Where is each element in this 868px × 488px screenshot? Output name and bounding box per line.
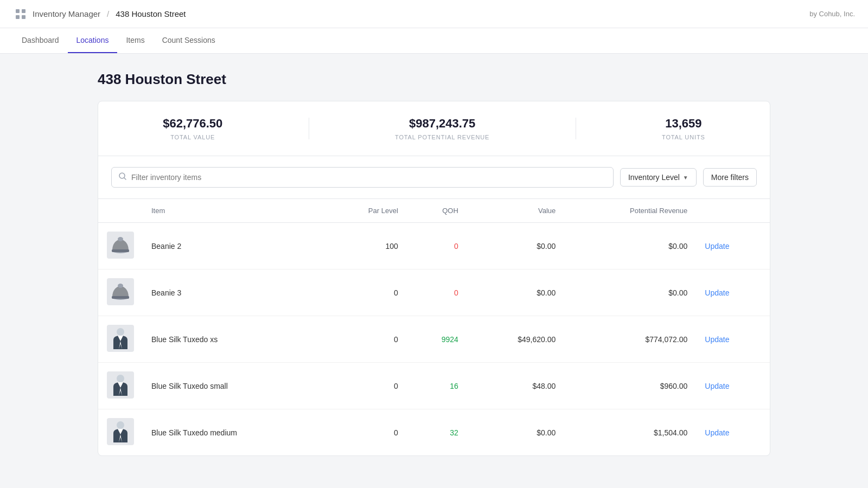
table-row: Beanie 300$0.00$0.00Update bbox=[98, 269, 770, 316]
col-header-par-level: Par Level bbox=[324, 199, 407, 223]
item-value-cell: $48.00 bbox=[467, 363, 564, 409]
table-header: Item Par Level QOH Value Potential Reven… bbox=[98, 199, 770, 223]
update-button[interactable]: Update bbox=[705, 428, 729, 437]
col-header-potential-revenue: Potential Revenue bbox=[564, 199, 696, 223]
stat-total-value: $62,776.50 TOTAL VALUE bbox=[163, 117, 222, 140]
tab-locations[interactable]: Locations bbox=[68, 28, 118, 53]
svg-point-17 bbox=[117, 375, 124, 382]
svg-point-13 bbox=[118, 284, 123, 288]
item-par-level-cell: 0 bbox=[324, 269, 407, 316]
search-icon bbox=[118, 172, 127, 183]
app-name: Inventory Manager bbox=[33, 9, 100, 18]
item-action-cell: Update bbox=[696, 316, 770, 363]
item-par-level-cell: 100 bbox=[324, 223, 407, 269]
col-header-img bbox=[98, 199, 143, 223]
table-row: Blue Silk Tuxedo small016$48.00$960.00Up… bbox=[98, 363, 770, 409]
stat-divider-1 bbox=[309, 118, 309, 139]
item-image-cell bbox=[98, 409, 143, 456]
table-row: Blue Silk Tuxedo xs09924$49,620.00$774,0… bbox=[98, 316, 770, 363]
inventory-level-label: Inventory Level bbox=[628, 173, 680, 182]
breadcrumb-separator: / bbox=[107, 9, 109, 18]
stat-total-units-number: 13,659 bbox=[662, 117, 705, 131]
item-value-cell: $0.00 bbox=[467, 269, 564, 316]
svg-rect-2 bbox=[16, 15, 20, 19]
item-potential-revenue-cell: $960.00 bbox=[564, 363, 696, 409]
item-image-cell bbox=[98, 316, 143, 363]
search-box[interactable] bbox=[111, 167, 614, 188]
tab-items[interactable]: Items bbox=[117, 28, 153, 53]
page-title: 438 Houston Street bbox=[98, 71, 770, 88]
table-row: Blue Silk Tuxedo medium032$0.00$1,504.00… bbox=[98, 409, 770, 456]
item-potential-revenue-cell: $774,072.00 bbox=[564, 316, 696, 363]
update-button[interactable]: Update bbox=[705, 382, 729, 390]
item-potential-revenue-cell: $0.00 bbox=[564, 269, 696, 316]
item-qoh-cell: 9924 bbox=[407, 316, 467, 363]
col-header-value: Value bbox=[467, 199, 564, 223]
col-header-qoh: QOH bbox=[407, 199, 467, 223]
item-action-cell: Update bbox=[696, 269, 770, 316]
item-par-level-cell: 0 bbox=[324, 316, 407, 363]
item-name-cell: Beanie 2 bbox=[143, 223, 324, 269]
item-qoh-cell: 32 bbox=[407, 409, 467, 456]
stat-total-value-number: $62,776.50 bbox=[163, 117, 222, 131]
update-button[interactable]: Update bbox=[705, 335, 729, 344]
topbar: Inventory Manager / 438 Houston Street b… bbox=[0, 0, 868, 28]
tab-dashboard[interactable]: Dashboard bbox=[13, 28, 68, 53]
item-name-cell: Blue Silk Tuxedo xs bbox=[143, 316, 324, 363]
update-button[interactable]: Update bbox=[705, 288, 729, 297]
stat-total-units-label: TOTAL UNITS bbox=[662, 134, 705, 140]
svg-point-9 bbox=[118, 237, 123, 241]
inventory-table: Item Par Level QOH Value Potential Reven… bbox=[98, 199, 770, 455]
item-image-cell bbox=[98, 223, 143, 269]
more-filters-label: More filters bbox=[711, 173, 749, 182]
svg-rect-8 bbox=[112, 249, 129, 252]
update-button[interactable]: Update bbox=[705, 242, 729, 251]
item-par-level-cell: 0 bbox=[324, 363, 407, 409]
grid-icon bbox=[13, 7, 28, 22]
svg-rect-1 bbox=[22, 9, 25, 13]
svg-rect-3 bbox=[22, 15, 25, 19]
item-name-cell: Blue Silk Tuxedo medium bbox=[143, 409, 324, 456]
item-value-cell: $0.00 bbox=[467, 409, 564, 456]
item-potential-revenue-cell: $1,504.00 bbox=[564, 409, 696, 456]
svg-point-15 bbox=[117, 328, 124, 336]
stat-potential-revenue-label: TOTAL POTENTIAL REVENUE bbox=[395, 134, 489, 140]
topbar-location: 438 Houston Street bbox=[116, 9, 186, 18]
inventory-level-filter[interactable]: Inventory Level ▼ bbox=[620, 168, 697, 187]
item-value-cell: $0.00 bbox=[467, 223, 564, 269]
tab-count-sessions[interactable]: Count Sessions bbox=[154, 28, 224, 53]
topbar-left: Inventory Manager / 438 Houston Street bbox=[13, 7, 186, 22]
stats-section: $62,776.50 TOTAL VALUE $987,243.75 TOTAL… bbox=[98, 101, 770, 156]
search-input[interactable] bbox=[131, 173, 607, 182]
item-qoh-cell: 0 bbox=[407, 269, 467, 316]
stat-potential-revenue: $987,243.75 TOTAL POTENTIAL REVENUE bbox=[395, 117, 489, 140]
svg-point-19 bbox=[117, 421, 124, 429]
item-value-cell: $49,620.00 bbox=[467, 316, 564, 363]
item-qoh-cell: 16 bbox=[407, 363, 467, 409]
svg-line-5 bbox=[124, 178, 126, 180]
item-action-cell: Update bbox=[696, 409, 770, 456]
item-par-level-cell: 0 bbox=[324, 409, 407, 456]
inventory-card: $62,776.50 TOTAL VALUE $987,243.75 TOTAL… bbox=[98, 101, 770, 456]
item-image-cell bbox=[98, 269, 143, 316]
item-action-cell: Update bbox=[696, 363, 770, 409]
stat-potential-revenue-number: $987,243.75 bbox=[395, 117, 489, 131]
item-name-cell: Blue Silk Tuxedo small bbox=[143, 363, 324, 409]
more-filters-button[interactable]: More filters bbox=[703, 168, 757, 187]
brand-label: by Cohub, Inc. bbox=[809, 10, 855, 18]
main-content: 438 Houston Street $62,776.50 TOTAL VALU… bbox=[54, 54, 814, 473]
svg-rect-0 bbox=[16, 9, 20, 13]
col-header-item: Item bbox=[143, 199, 324, 223]
stat-total-value-label: TOTAL VALUE bbox=[163, 134, 222, 140]
chevron-down-icon: ▼ bbox=[683, 175, 688, 181]
table-row: Beanie 21000$0.00$0.00Update bbox=[98, 223, 770, 269]
item-name-cell: Beanie 3 bbox=[143, 269, 324, 316]
item-action-cell: Update bbox=[696, 223, 770, 269]
table-body: Beanie 21000$0.00$0.00Update Beanie 300$… bbox=[98, 223, 770, 456]
col-header-action bbox=[696, 199, 770, 223]
nav-tabs: Dashboard Locations Items Count Sessions bbox=[0, 28, 868, 54]
item-qoh-cell: 0 bbox=[407, 223, 467, 269]
stat-total-units: 13,659 TOTAL UNITS bbox=[662, 117, 705, 140]
table-toolbar: Inventory Level ▼ More filters bbox=[98, 156, 770, 199]
svg-rect-12 bbox=[112, 296, 129, 299]
